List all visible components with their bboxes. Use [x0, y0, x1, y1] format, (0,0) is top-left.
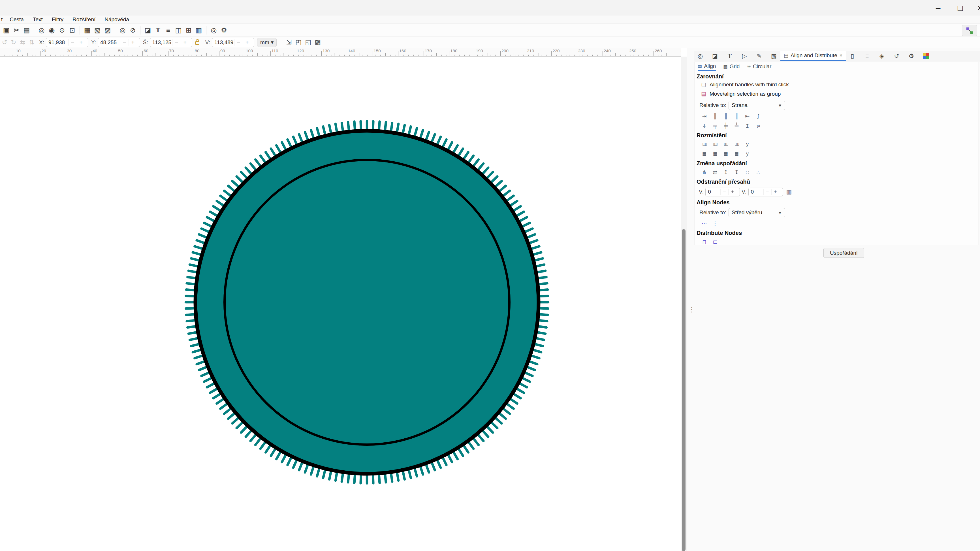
option-alignment-handles[interactable]: ▢ Alignment handles with third click: [697, 80, 978, 89]
width-plus-button[interactable]: +: [181, 39, 189, 46]
distribute-gaps-v-icon[interactable]: ≣: [732, 149, 741, 158]
maximize-button[interactable]: □: [951, 0, 969, 16]
object-properties-icon[interactable]: ◈: [878, 52, 885, 60]
distribute-text-h-icon[interactable]: y: [743, 140, 752, 148]
duplicate-icon[interactable]: ▦: [82, 25, 92, 35]
menu-item-partial[interactable]: t: [0, 16, 3, 23]
menu-item-rozsireni[interactable]: Rozšíření: [70, 16, 98, 23]
relative-to-select[interactable]: Strana ▼: [729, 101, 785, 110]
align-nodes-horizontal-icon[interactable]: ⋯: [700, 219, 709, 227]
menu-item-filtry[interactable]: Filtry: [49, 16, 66, 23]
vertical-scrollbar[interactable]: [681, 57, 687, 551]
unlink-clone-icon[interactable]: ▨: [102, 25, 113, 35]
distribute-text-v-icon[interactable]: y: [743, 149, 752, 158]
align-left-edges-icon[interactable]: ╟: [711, 112, 719, 120]
align-top-to-anchor-bottom-icon[interactable]: ↥: [743, 121, 752, 130]
find-replace-icon[interactable]: ⊘: [128, 25, 138, 35]
xml-editor-icon[interactable]: ◫: [173, 25, 183, 35]
extensions-icon[interactable]: ⚙: [907, 52, 915, 60]
x-minus-button[interactable]: −: [68, 39, 77, 46]
arrange-button[interactable]: Uspořádání: [823, 248, 864, 258]
overlap-v-minus-button[interactable]: −: [764, 189, 771, 195]
distribute-right-edges-icon[interactable]: ▯▯▯: [721, 140, 730, 148]
randomize-icon[interactable]: ∷: [743, 168, 752, 176]
preferences-icon[interactable]: ⚙: [219, 25, 229, 35]
graph-layout-icon[interactable]: ⋔: [700, 168, 709, 176]
move-gradients-icon[interactable]: ◱: [303, 38, 313, 47]
raise-icon[interactable]: ↥: [721, 168, 730, 176]
align-distribute-icon[interactable]: ⊞: [183, 25, 194, 35]
center-vertical-icon[interactable]: ╪: [721, 121, 730, 130]
x-field[interactable]: − +: [46, 38, 88, 47]
height-field[interactable]: − +: [212, 38, 254, 47]
tab-close-icon[interactable]: ×: [840, 52, 843, 59]
move-patterns-icon[interactable]: ▩: [313, 38, 323, 47]
clone-icon[interactable]: ▧: [92, 25, 102, 35]
fill-stroke-icon[interactable]: ◪: [143, 25, 153, 35]
align-text-baseline-icon[interactable]: ya: [754, 121, 762, 130]
overlap-h-input[interactable]: [706, 189, 720, 195]
y-minus-button[interactable]: −: [120, 39, 129, 46]
find-icon[interactable]: ◎: [118, 25, 128, 35]
spray-icon[interactable]: ✎: [756, 52, 763, 60]
snap-toggle-button[interactable]: [962, 25, 977, 36]
document-properties-icon[interactable]: ▯: [849, 52, 856, 60]
clone-icon[interactable]: ▧: [770, 52, 778, 60]
overlap-h-minus-button[interactable]: −: [720, 189, 728, 195]
menu-item-text[interactable]: Text: [30, 16, 45, 23]
distribute-left-edges-icon[interactable]: ▯▯▯: [700, 140, 709, 148]
y-plus-button[interactable]: +: [129, 39, 137, 46]
text-icon[interactable]: T: [153, 25, 163, 35]
lock-ratio-button[interactable]: [194, 38, 200, 46]
zoom-1to1-icon[interactable]: ⊡: [67, 25, 77, 35]
distribute-centers-h-icon[interactable]: ▯▯▯: [711, 140, 719, 148]
width-input[interactable]: [150, 39, 172, 46]
x-plus-button[interactable]: +: [77, 39, 85, 46]
menu-item-napoveda[interactable]: Nápověda: [102, 16, 132, 23]
tab-grid[interactable]: ▦ Grid: [723, 62, 740, 71]
align-right-edges-icon[interactable]: ╢: [732, 112, 741, 120]
distribute-nodes-vertical-icon[interactable]: ⊏: [711, 237, 719, 245]
unclump-icon[interactable]: ∴: [754, 168, 762, 176]
scale-stroke-icon[interactable]: ⇲: [284, 38, 294, 47]
tab-circular[interactable]: ✳ Circular: [747, 62, 771, 71]
menu-item-cesta[interactable]: Cesta: [7, 16, 26, 23]
height-plus-button[interactable]: +: [243, 39, 251, 46]
export-icon[interactable]: ▷: [741, 52, 748, 60]
height-minus-button[interactable]: −: [234, 39, 243, 46]
treat-as-group-icon[interactable]: ▥: [786, 189, 792, 195]
scale-corners-icon[interactable]: ◰: [294, 38, 303, 47]
text-icon[interactable]: T: [726, 52, 733, 60]
align-baseline-icon[interactable]: ʃ: [754, 112, 762, 120]
height-input[interactable]: [212, 39, 234, 46]
zoom-selection-icon[interactable]: ◎: [37, 25, 47, 35]
distribute-nodes-horizontal-icon[interactable]: ⊓: [700, 237, 709, 245]
paste-icon[interactable]: ▤: [22, 25, 32, 35]
objects-icon[interactable]: ▥: [194, 25, 204, 35]
layers-icon[interactable]: ≡: [163, 25, 173, 35]
serrated-circle-object[interactable]: [0, 57, 681, 551]
width-minus-button[interactable]: −: [172, 39, 181, 46]
search-icon[interactable]: ◎: [209, 25, 219, 35]
undo-history-icon[interactable]: ↺: [893, 52, 900, 60]
overlap-v-field[interactable]: − +: [748, 187, 783, 196]
horizontal-ruler[interactable]: 1020304050607080901001101201301401501601…: [0, 48, 681, 57]
distribute-bottom-edges-icon[interactable]: ≣: [721, 149, 730, 158]
center-horizontal-icon[interactable]: ╫: [721, 112, 730, 120]
tab-align[interactable]: ▤ Align: [698, 62, 716, 71]
y-field[interactable]: − +: [98, 38, 140, 47]
zoom-page-icon[interactable]: ⊙: [57, 25, 67, 35]
overlap-h-plus-button[interactable]: +: [728, 189, 736, 195]
align-top-edges-icon[interactable]: ╤: [711, 121, 719, 130]
close-button[interactable]: ×: [971, 0, 980, 16]
align-bottom-edges-icon[interactable]: ╧: [732, 121, 741, 130]
option-move-as-group[interactable]: ▤ Move/align selection as group: [697, 89, 978, 98]
exchange-z-icon[interactable]: ⇄: [711, 168, 719, 176]
nodes-relative-to-select[interactable]: Střed výběru ▼: [729, 208, 785, 218]
find-icon[interactable]: ◎: [697, 52, 704, 60]
align-nodes-vertical-icon[interactable]: ⋮: [711, 219, 719, 227]
align-right-to-anchor-left-icon[interactable]: ⇥: [700, 112, 709, 120]
swatches-icon[interactable]: [922, 52, 930, 60]
overlap-v-plus-button[interactable]: +: [771, 189, 779, 195]
cut-icon[interactable]: ✂: [11, 25, 22, 35]
